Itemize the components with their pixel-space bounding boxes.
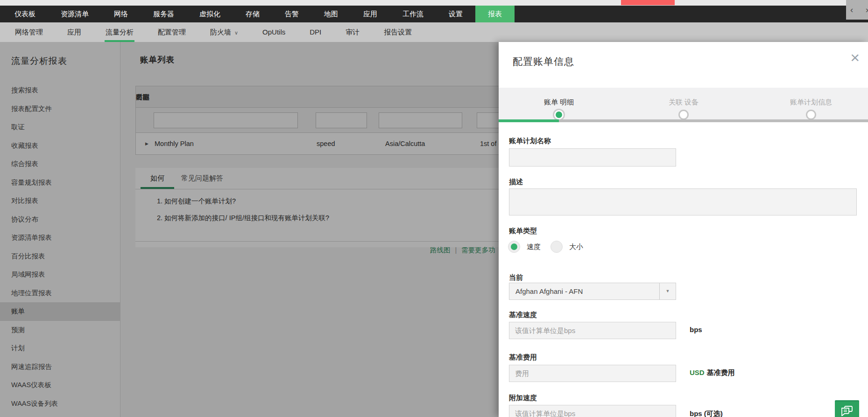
sub-nav-item[interactable]: 流量分析∨	[93, 22, 146, 42]
sub-nav-item-label: OpUtils	[262, 28, 285, 36]
sub-nav-scroll-arrows: ‹ ›	[846, 0, 868, 20]
radio-icon[interactable]	[508, 241, 520, 253]
bill-type-label: 账单类型	[509, 227, 537, 236]
sub-nav-item[interactable]: 网络管理∨	[3, 22, 55, 42]
feedback-chat-button[interactable]	[835, 400, 859, 417]
plan-name-label: 账单计划名称	[509, 137, 551, 146]
top-nav: 仪表板资源清单网络服务器虚拟化存储告警地图应用工作流设置报表	[0, 6, 868, 22]
extra-speed-input[interactable]	[509, 405, 676, 417]
top-nav-item[interactable]: 报表	[475, 6, 515, 22]
top-nav-item[interactable]: 虚拟化	[187, 6, 233, 22]
extra-speed-unit-text: bps (可选)	[690, 410, 723, 417]
top-nav-item[interactable]: 告警	[272, 6, 311, 22]
sub-nav-item-label: 防火墙	[210, 28, 231, 36]
base-speed-label: 基准速度	[509, 311, 537, 320]
sub-nav-item-label: 应用	[67, 28, 81, 36]
stepper-track	[499, 119, 868, 122]
radio-option[interactable]: 大小	[550, 241, 583, 253]
notification-red-bar	[621, 0, 675, 5]
description-textarea[interactable]	[509, 188, 857, 215]
bill-type-radio-group: 速度 大小	[508, 241, 593, 253]
currency-select-value: Afghan Afghani - AFN	[515, 283, 583, 299]
description-label: 描述	[509, 178, 523, 187]
extra-speed-label: 附加速度	[509, 394, 537, 403]
currency-select[interactable]: Afghan Afghani - AFN ▼	[509, 283, 676, 300]
sub-nav-item-label: 审计	[346, 28, 360, 36]
sub-nav-item-label: 配置管理	[158, 28, 186, 36]
sub-nav-item[interactable]: OpUtils∨	[250, 22, 297, 42]
close-icon[interactable]: ×	[847, 49, 862, 65]
radio-option[interactable]: 速度	[508, 241, 541, 253]
top-nav-item[interactable]: 存储	[233, 6, 272, 22]
top-nav-item[interactable]: 地图	[311, 6, 351, 22]
top-nav-item[interactable]: 工作流	[390, 6, 436, 22]
stepper-step-label: 账单 明细	[544, 98, 574, 107]
modal-overlay[interactable]	[0, 42, 499, 417]
base-cost-input[interactable]	[509, 365, 676, 382]
top-nav-item[interactable]: 仪表板	[2, 6, 48, 22]
scroll-right-icon[interactable]: ›	[866, 0, 868, 20]
base-cost-label: 基准费用	[509, 353, 537, 362]
top-nav-item[interactable]: 网络	[101, 6, 141, 22]
base-cost-currency: USD	[690, 368, 705, 376]
sub-nav-item-label: DPI	[310, 28, 321, 36]
chevron-down-icon: ∨	[234, 30, 238, 35]
base-speed-unit-text: bps	[690, 326, 702, 334]
sub-nav-item[interactable]: 报告设置∨	[372, 22, 424, 42]
currency-label: 当前	[509, 273, 523, 282]
top-nav-item[interactable]: 服务器	[141, 6, 187, 22]
stepper-step-dot	[806, 110, 816, 120]
base-cost-unit-text: 基准费用	[707, 368, 735, 376]
sub-nav-item-label: 报告设置	[384, 28, 412, 36]
chat-bubbles-icon	[841, 406, 853, 416]
stepper: 账单 明细 关联 设备 账单计划信息	[499, 88, 868, 134]
sub-nav-item[interactable]: DPI∨	[297, 22, 333, 42]
sub-nav-item[interactable]: 审计∨	[333, 22, 372, 42]
drawer-title: 配置账单信息	[513, 55, 574, 68]
scroll-left-icon[interactable]: ‹	[850, 0, 853, 20]
extra-speed-unit: bps (可选)	[690, 410, 723, 417]
sub-nav-item-label: 流量分析	[106, 28, 134, 36]
sub-nav-item[interactable]: 应用∨	[55, 22, 93, 42]
stepper-step-label: 账单计划信息	[790, 98, 832, 107]
sub-nav-item[interactable]: 配置管理∨	[146, 22, 198, 42]
stepper-track-progress	[499, 119, 559, 122]
base-speed-input[interactable]	[509, 322, 676, 339]
browser-top-strip	[0, 0, 868, 6]
stepper-step-dot	[678, 110, 689, 120]
sub-nav-item-label: 网络管理	[15, 28, 43, 36]
radio-icon[interactable]	[550, 241, 563, 253]
base-cost-unit: USD基准费用	[690, 368, 735, 377]
sub-nav-item[interactable]: 防火墙∨	[198, 22, 250, 42]
top-nav-item[interactable]: 资源清单	[48, 6, 101, 22]
top-nav-item[interactable]: 设置	[436, 6, 475, 22]
stepper-step-label: 关联 设备	[669, 98, 699, 107]
plan-name-input[interactable]	[509, 148, 676, 167]
sub-nav: 网络管理∨ 应用∨ 流量分析∨ 配置管理∨ 防火墙∨ OpUtils∨ DPI∨…	[0, 22, 868, 42]
billing-config-drawer: 配置账单信息 × 账单 明细 关联 设备 账单计划信息 账单计划名称 描述 账单…	[499, 42, 868, 417]
radio-label: 大小	[569, 243, 583, 251]
radio-label: 速度	[527, 243, 541, 251]
base-speed-unit: bps	[690, 326, 702, 334]
top-nav-item[interactable]: 应用	[351, 6, 390, 22]
caret-down-icon[interactable]: ▼	[659, 283, 676, 299]
